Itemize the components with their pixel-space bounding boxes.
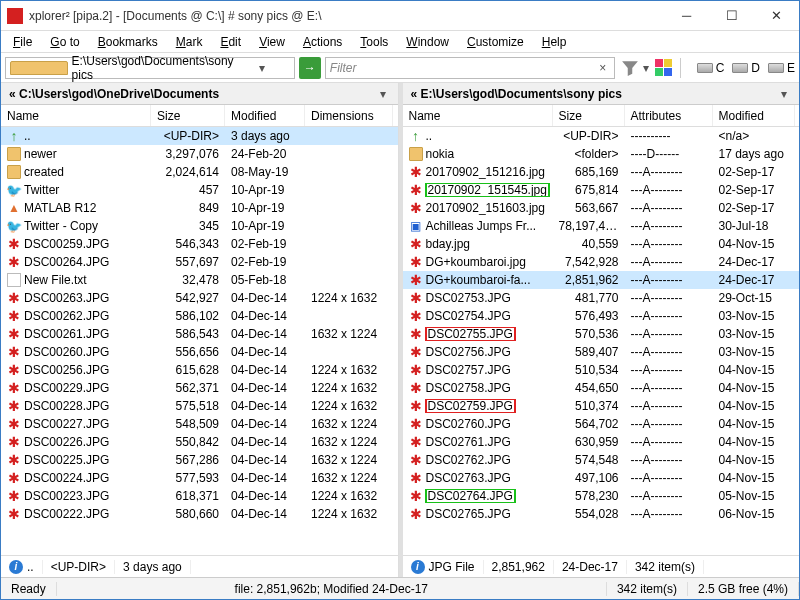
left-file-list[interactable]: ↑..<UP-DIR>3 days agonewer3,297,07624-Fe… [1, 127, 398, 555]
file-row[interactable]: ✱DSC00229.JPG562,37104-Dec-141224 x 1632 [1, 379, 398, 397]
up-icon: ↑ [409, 129, 423, 143]
menu-file[interactable]: File [5, 33, 40, 51]
column-name[interactable]: Name [1, 105, 151, 126]
file-row[interactable]: ✱DSC00226.JPG550,84204-Dec-141632 x 1224 [1, 433, 398, 451]
file-row[interactable]: ✱20170902_151603.jpg563,667---A--------0… [403, 199, 800, 217]
file-row[interactable]: ✱DSC00227.JPG548,50904-Dec-141632 x 1224 [1, 415, 398, 433]
status-file-info: file: 2,851,962b; Modified 24-Dec-17 [57, 582, 607, 596]
left-panel-statusbar: i.. <UP-DIR> 3 days ago [1, 555, 398, 577]
jpg-icon: ✱ [409, 471, 423, 485]
file-row[interactable]: ✱DG+koumbaroi.jpg7,542,928---A--------24… [403, 253, 800, 271]
address-dropdown-icon[interactable]: ▾ [234, 61, 290, 75]
file-row[interactable]: ✱DSC02762.JPG574,548---A--------04-Nov-1… [403, 451, 800, 469]
status-ready: Ready [1, 582, 57, 596]
jpg-icon: ✱ [409, 363, 423, 377]
file-row[interactable]: ✱20170902_151216.jpg685,169---A--------0… [403, 163, 800, 181]
file-row[interactable]: ✱DSC00228.JPG575,51804-Dec-141224 x 1632 [1, 397, 398, 415]
file-row[interactable]: ✱20170902_151545.jpg675,814---A--------0… [403, 181, 800, 199]
file-row[interactable]: ✱DSC02756.JPG589,407---A--------03-Nov-1… [403, 343, 800, 361]
column-modified[interactable]: Modified [713, 105, 795, 126]
file-row[interactable]: ✱bday.jpg40,559---A--------04-Nov-15 [403, 235, 800, 253]
file-row[interactable]: ✱DSC00223.JPG618,37104-Dec-141224 x 1632 [1, 487, 398, 505]
titlebar: xplorer² [pipa.2] - [Documents @ C:\] # … [1, 1, 799, 31]
file-row[interactable]: ✱DSC00256.JPG615,62804-Dec-141224 x 1632 [1, 361, 398, 379]
minimize-button[interactable]: ─ [664, 1, 709, 30]
file-row[interactable]: ✱DSC00261.JPG586,54304-Dec-141632 x 1224 [1, 325, 398, 343]
go-button[interactable]: → [299, 57, 321, 79]
file-row[interactable]: ↑..<UP-DIR>3 days ago [1, 127, 398, 145]
address-input[interactable]: E:\Users\god\Documents\sony pics ▾ [5, 57, 295, 79]
file-row[interactable]: newer3,297,07624-Feb-20 [1, 145, 398, 163]
file-row[interactable]: ✱DSC02760.JPG564,702---A--------04-Nov-1… [403, 415, 800, 433]
file-row[interactable]: ✱DSC00222.JPG580,66004-Dec-141224 x 1632 [1, 505, 398, 523]
menu-mark[interactable]: Mark [168, 33, 211, 51]
menu-actions[interactable]: Actions [295, 33, 350, 51]
right-panel-header: « E:\Users\god\Documents\sony pics ▾ [403, 83, 800, 105]
file-row[interactable]: ✱DSC00259.JPG546,34302-Feb-19 [1, 235, 398, 253]
file-row[interactable]: ✱DSC02754.JPG576,493---A--------03-Nov-1… [403, 307, 800, 325]
file-row[interactable]: ✱DSC00224.JPG577,59304-Dec-141632 x 1224 [1, 469, 398, 487]
file-row[interactable]: created2,024,61408-May-19 [1, 163, 398, 181]
file-row[interactable]: ✱DSC02758.JPG454,650---A--------04-Nov-1… [403, 379, 800, 397]
maximize-button[interactable]: ☐ [709, 1, 754, 30]
menu-view[interactable]: View [251, 33, 293, 51]
menu-window[interactable]: Window [398, 33, 457, 51]
drive-icon [732, 63, 748, 73]
folder-icon [409, 147, 423, 161]
menu-go-to[interactable]: Go to [42, 33, 87, 51]
right-file-list[interactable]: ↑..<UP-DIR>----------<n/a>nokia<folder>-… [403, 127, 800, 555]
filter-funnel-icon[interactable] [621, 59, 639, 77]
jpg-icon: ✱ [7, 345, 21, 359]
left-column-header[interactable]: NameSizeModifiedDimensions [1, 105, 398, 127]
column-attributes[interactable]: Attributes [625, 105, 713, 126]
file-row[interactable]: 🐦Twitter - Copy34510-Apr-19 [1, 217, 398, 235]
file-row[interactable]: ✱DSC02755.JPG570,536---A--------03-Nov-1… [403, 325, 800, 343]
file-row[interactable]: ✱DSC00225.JPG567,28604-Dec-141632 x 1224 [1, 451, 398, 469]
column-size[interactable]: Size [151, 105, 225, 126]
right-column-header[interactable]: NameSizeAttributesModified [403, 105, 800, 127]
app-icon [7, 8, 23, 24]
file-row[interactable]: ✱DSC02763.JPG497,106---A--------04-Nov-1… [403, 469, 800, 487]
drive-c[interactable]: C [697, 61, 725, 75]
filter-dropdown-icon[interactable]: ▾ [643, 61, 649, 75]
file-row[interactable]: ✱DSC00262.JPG586,10204-Dec-14 [1, 307, 398, 325]
file-row[interactable]: 🐦Twitter45710-Apr-19 [1, 181, 398, 199]
column-modified[interactable]: Modified [225, 105, 305, 126]
jpg-icon: ✱ [409, 327, 423, 341]
column-name[interactable]: Name [403, 105, 553, 126]
menu-tools[interactable]: Tools [352, 33, 396, 51]
file-row[interactable]: ✱DSC02764.JPG578,230---A--------05-Nov-1… [403, 487, 800, 505]
menu-help[interactable]: Help [534, 33, 575, 51]
file-row[interactable]: ✱DSC02757.JPG510,534---A--------04-Nov-1… [403, 361, 800, 379]
menu-bookmarks[interactable]: Bookmarks [90, 33, 166, 51]
file-row[interactable]: ✱DSC00263.JPG542,92704-Dec-141224 x 1632 [1, 289, 398, 307]
filter-input[interactable]: Filter × [325, 57, 615, 79]
file-row[interactable]: ✱DSC02759.JPG510,374---A--------04-Nov-1… [403, 397, 800, 415]
drive-d[interactable]: D [732, 61, 760, 75]
twitter-icon: 🐦 [7, 183, 21, 197]
file-row[interactable]: ✱DSC02765.JPG554,028---A--------06-Nov-1… [403, 505, 800, 523]
file-row[interactable]: ✱DSC02761.JPG630,959---A--------04-Nov-1… [403, 433, 800, 451]
file-row[interactable]: ✱DSC00264.JPG557,69702-Feb-19 [1, 253, 398, 271]
file-row[interactable]: ✱DG+koumbaroi-fa...2,851,962---A--------… [403, 271, 800, 289]
dual-panels: « C:\Users\god\OneDrive\Documents ▾ Name… [1, 83, 799, 577]
column-size[interactable]: Size [553, 105, 625, 126]
file-row[interactable]: ↑..<UP-DIR>----------<n/a> [403, 127, 800, 145]
file-row[interactable]: ✱DSC02753.JPG481,770---A--------29-Oct-1… [403, 289, 800, 307]
file-row[interactable]: New File.txt32,47805-Feb-18 [1, 271, 398, 289]
panel-dropdown-icon[interactable]: ▾ [781, 87, 795, 101]
drive-e[interactable]: E [768, 61, 795, 75]
menu-edit[interactable]: Edit [212, 33, 249, 51]
column-dimensions[interactable]: Dimensions [305, 105, 393, 126]
view-mode-button[interactable] [655, 59, 672, 76]
panel-dropdown-icon[interactable]: ▾ [380, 87, 394, 101]
file-row[interactable]: ▣Achilleas Jumps Fr...78,197,455---A----… [403, 217, 800, 235]
file-row[interactable]: nokia<folder>----D------17 days ago [403, 145, 800, 163]
file-row[interactable]: ✱DSC00260.JPG556,65604-Dec-14 [1, 343, 398, 361]
jpg-icon: ✱ [7, 471, 21, 485]
jpg-icon: ✱ [7, 435, 21, 449]
close-button[interactable]: ✕ [754, 1, 799, 30]
file-row[interactable]: ▲MATLAB R1284910-Apr-19 [1, 199, 398, 217]
clear-filter-icon[interactable]: × [596, 61, 610, 75]
menu-customize[interactable]: Customize [459, 33, 532, 51]
